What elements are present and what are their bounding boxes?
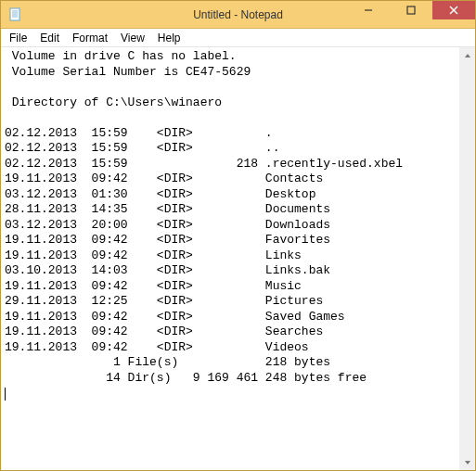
text-editor[interactable]: Volume in drive C has no label. Volume S… [1, 47, 459, 470]
window-controls [347, 1, 475, 28]
svg-rect-6 [407, 6, 415, 14]
menu-file[interactable]: File [3, 31, 33, 45]
menu-format[interactable]: Format [66, 31, 114, 45]
notepad-icon [8, 7, 23, 22]
vertical-scrollbar[interactable] [459, 47, 475, 470]
svg-marker-10 [465, 461, 470, 465]
maximize-button[interactable] [390, 1, 432, 19]
svg-rect-0 [10, 8, 19, 20]
scroll-up-icon[interactable] [459, 47, 475, 63]
close-button[interactable] [432, 1, 475, 19]
content-area: Volume in drive C has no label. Volume S… [1, 47, 475, 470]
text-cursor [5, 388, 6, 401]
svg-marker-9 [465, 54, 470, 57]
menu-view[interactable]: View [114, 31, 151, 45]
menu-bar: File Edit Format View Help [1, 29, 475, 47]
menu-edit[interactable]: Edit [33, 31, 66, 45]
title-bar[interactable]: Untitled - Notepad [1, 1, 475, 29]
minimize-button[interactable] [347, 1, 390, 19]
scroll-down-icon[interactable] [459, 454, 475, 470]
notepad-window: Untitled - Notepad File Edit Format View… [0, 0, 476, 471]
menu-help[interactable]: Help [151, 31, 187, 45]
scroll-track[interactable] [459, 63, 475, 454]
